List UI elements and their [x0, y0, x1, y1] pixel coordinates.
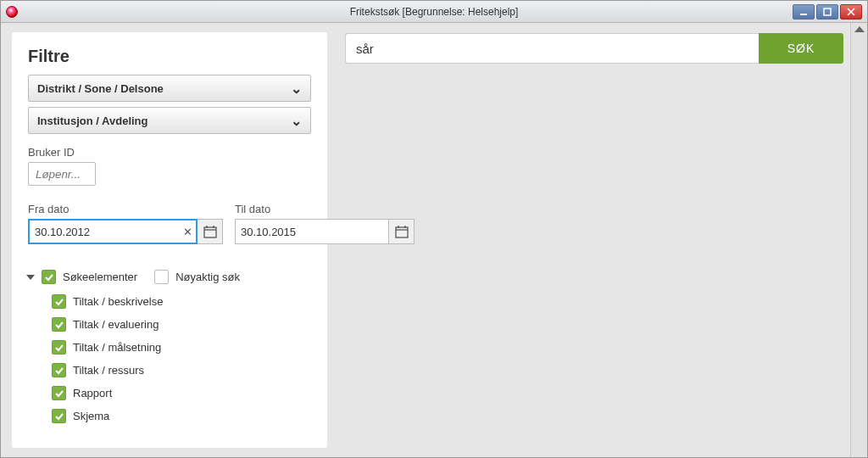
clear-from-date-button[interactable]: ✕ [183, 226, 192, 238]
from-date-label: Fra dato [28, 203, 223, 215]
from-date-calendar-button[interactable] [198, 219, 223, 244]
skjema-checkbox[interactable] [52, 409, 66, 423]
title-bar: Fritekstsøk [Begrunnelse: Helsehjelp] [1, 1, 867, 23]
to-date-input[interactable] [235, 219, 389, 244]
tiltak-evaluering-label: Tiltak / evaluering [73, 318, 159, 331]
svg-rect-1 [824, 8, 831, 15]
main-body: Filtre Distrikt / Sone / Delsone ⌄ Insti… [1, 23, 867, 457]
check-icon [54, 411, 64, 422]
tiltak-malsetning-label: Tiltak / målsetning [73, 341, 161, 354]
window-controls [793, 4, 862, 20]
check-icon [54, 297, 64, 307]
check-icon [54, 320, 64, 330]
rapport-checkbox[interactable] [52, 386, 66, 400]
search-elements-list: Tiltak / beskrivelse Tiltak / evaluering… [52, 294, 311, 423]
maximize-button[interactable] [816, 4, 838, 20]
close-button[interactable] [840, 4, 862, 20]
tiltak-evaluering-checkbox[interactable] [52, 317, 66, 332]
from-date-input[interactable] [28, 219, 198, 244]
check-icon [44, 272, 54, 282]
accordion-district-label: Distrikt / Sone / Delsone [37, 82, 164, 95]
skjema-label: Skjema [73, 410, 109, 422]
tiltak-beskrivelse-checkbox[interactable] [52, 294, 66, 309]
rapport-label: Rapport [73, 387, 112, 399]
search-elements-checkbox[interactable] [42, 270, 56, 284]
tiltak-malsetning-checkbox[interactable] [52, 340, 66, 355]
search-elements-label: Søkeelementer [63, 271, 137, 283]
check-icon [54, 343, 64, 353]
calendar-icon [203, 225, 217, 238]
svg-rect-0 [800, 14, 807, 15]
results-area: SØK [338, 23, 850, 457]
exact-search-label: Nøyaktig søk [175, 271, 240, 283]
chevron-down-icon: ⌄ [291, 81, 302, 97]
tree-toggle[interactable] [26, 275, 35, 280]
scrollbar[interactable] [850, 23, 867, 457]
user-id-label: Bruker ID [28, 146, 311, 159]
app-icon [6, 6, 18, 18]
accordion-institution-label: Institusjon / Avdeling [37, 114, 147, 127]
maximize-icon [823, 8, 832, 16]
scroll-up-icon [854, 26, 865, 32]
check-icon [54, 366, 64, 376]
user-id-input[interactable] [28, 162, 96, 186]
minimize-button[interactable] [793, 4, 815, 20]
svg-rect-4 [204, 227, 216, 237]
tiltak-ressurs-checkbox[interactable] [52, 363, 66, 377]
accordion-institution[interactable]: Institusjon / Avdeling ⌄ [28, 107, 311, 134]
check-icon [54, 388, 64, 399]
filter-panel: Filtre Distrikt / Sone / Delsone ⌄ Insti… [13, 33, 326, 447]
app-window: Fritekstsøk [Begrunnelse: Helsehjelp] Fi… [0, 0, 868, 458]
tiltak-ressurs-label: Tiltak / ressurs [73, 364, 144, 377]
accordion-district[interactable]: Distrikt / Sone / Delsone ⌄ [28, 75, 311, 102]
filter-heading: Filtre [28, 47, 311, 66]
window-title: Fritekstsøk [Begrunnelse: Helsehjelp] [350, 6, 519, 18]
tiltak-beskrivelse-label: Tiltak / beskrivelse [73, 295, 163, 308]
close-icon [847, 8, 855, 16]
minimize-icon [799, 8, 808, 16]
date-row: Fra dato ✕ Til dato [28, 203, 311, 244]
chevron-down-icon: ⌄ [291, 113, 302, 129]
search-row: SØK [345, 33, 843, 64]
exact-search-checkbox[interactable] [154, 270, 169, 284]
search-button[interactable]: SØK [759, 33, 843, 64]
options-row: Søkeelementer Nøyaktig søk [28, 270, 311, 284]
search-input[interactable] [345, 33, 759, 64]
